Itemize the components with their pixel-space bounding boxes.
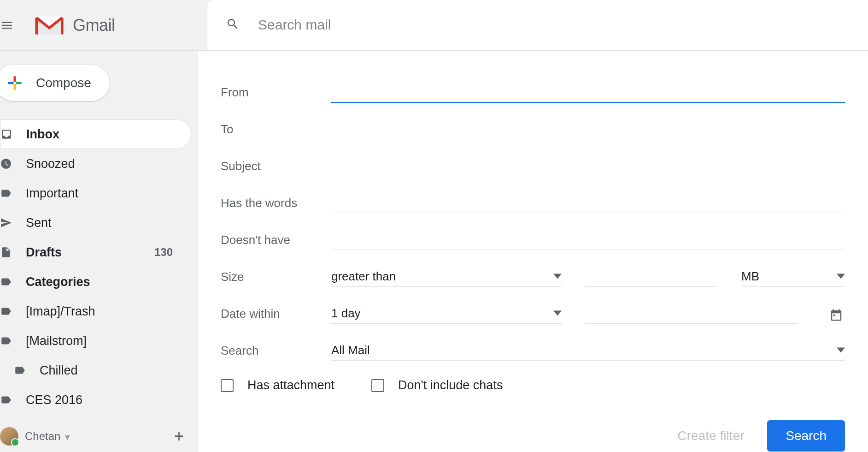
from-input[interactable] <box>331 82 845 103</box>
compose-button[interactable]: Compose <box>0 65 110 101</box>
label-icon <box>0 276 12 288</box>
caret-down-icon <box>553 306 562 321</box>
sidebar-item-chilled[interactable]: Chilled <box>0 356 191 385</box>
from-label: From <box>221 85 331 100</box>
app-name: Gmail <box>73 16 115 35</box>
sidebar-item-drafts[interactable]: Drafts130 <box>0 238 191 267</box>
sidebar-item-label: Categories <box>26 275 177 289</box>
sidebar-item-label: CES 2016 <box>26 393 177 407</box>
has-attachment-checkbox[interactable]: Has attachment <box>221 378 334 393</box>
sidebar-item-count: 130 <box>154 246 177 259</box>
sidebar-item-ces-2016[interactable]: CES 2016 <box>0 385 191 415</box>
gmail-logo-icon <box>33 14 65 37</box>
checkbox-box <box>371 379 384 392</box>
add-chat-button[interactable]: + <box>170 427 188 446</box>
size-operator-select[interactable]: greater than <box>331 267 562 287</box>
sidebar-item-categories[interactable]: Categories <box>0 267 191 297</box>
calendar-icon[interactable] <box>829 308 845 324</box>
label-icon <box>0 394 12 406</box>
clock-icon <box>0 158 12 170</box>
search-input[interactable] <box>258 17 868 33</box>
caret-down-icon: ▼ <box>63 433 71 442</box>
inbox-icon <box>0 128 12 140</box>
date-label: Date within <box>221 307 331 321</box>
chat-user-name[interactable]: Chetan▼ <box>25 430 163 443</box>
action-row: Create filter Search <box>221 420 845 452</box>
doesnt-have-input[interactable] <box>331 230 845 250</box>
header-left: Gmail <box>0 14 207 37</box>
create-filter-button[interactable]: Create filter <box>678 428 745 443</box>
has-attachment-label: Has attachment <box>247 378 334 393</box>
size-value-input[interactable] <box>585 267 718 287</box>
main: Compose InboxSnoozedImportantSentDrafts1… <box>0 51 868 452</box>
date-value-input[interactable] <box>585 303 797 324</box>
search-scope-select[interactable]: All Mail <box>331 340 845 361</box>
sidebar-item-label: [Mailstrom] <box>26 334 177 348</box>
search-button[interactable]: Search <box>767 420 845 452</box>
label-icon <box>0 305 12 317</box>
search-filter-panel: From To Subject Has the words Doesn't ha… <box>198 51 868 452</box>
sidebar-item-label: Important <box>26 186 177 201</box>
subject-label: Subject <box>221 159 331 173</box>
label-icon <box>0 187 12 199</box>
sidebar-item-label: Drafts <box>26 245 141 260</box>
sidebar-item-inbox[interactable]: Inbox <box>0 119 191 149</box>
search-scope-label: Search <box>221 344 331 358</box>
compose-label: Compose <box>36 76 91 90</box>
sidebar-item-snoozed[interactable]: Snoozed <box>0 149 191 178</box>
search-bar[interactable] <box>207 0 868 50</box>
chat-footer: Chetan▼ + <box>0 420 198 452</box>
subject-input[interactable] <box>331 156 845 176</box>
header: Gmail <box>0 0 868 51</box>
from-row: From <box>221 74 845 111</box>
subject-row: Subject <box>221 148 845 184</box>
sidebar-item-label: Chilled <box>40 363 177 378</box>
sidebar: Compose InboxSnoozedImportantSentDrafts1… <box>0 51 198 452</box>
to-label: To <box>221 122 331 137</box>
checkbox-box <box>221 379 234 392</box>
nav-list: InboxSnoozedImportantSentDrafts130Catego… <box>0 119 198 415</box>
send-icon <box>0 217 12 229</box>
to-input[interactable] <box>331 119 845 139</box>
gmail-logo-container[interactable]: Gmail <box>33 14 115 37</box>
size-row: Size greater than MB <box>221 258 845 295</box>
search-scope-row: Search All Mail <box>221 332 845 369</box>
avatar[interactable] <box>0 427 18 446</box>
has-words-input[interactable] <box>331 193 845 213</box>
sidebar-item--mailstrom-[interactable]: [Mailstrom] <box>0 326 191 356</box>
hamburger-icon <box>0 18 14 32</box>
main-menu-button[interactable] <box>0 18 22 32</box>
caret-down-icon <box>837 343 845 357</box>
size-unit-select[interactable]: MB <box>741 267 845 287</box>
has-words-row: Has the words <box>221 184 845 221</box>
compose-plus-icon <box>5 73 25 93</box>
checkbox-row: Has attachment Don't include chats <box>221 378 845 393</box>
has-words-label: Has the words <box>221 196 331 210</box>
sidebar-item-label: Snoozed <box>26 157 177 171</box>
sidebar-item-label: [Imap]/Trash <box>26 304 177 319</box>
date-row: Date within 1 day <box>221 295 845 332</box>
sidebar-item-label: Sent <box>26 216 177 230</box>
label-icon <box>14 364 26 376</box>
sidebar-item--imap-trash[interactable]: [Imap]/Trash <box>0 297 191 326</box>
doesnt-have-row: Doesn't have <box>221 221 845 258</box>
exclude-chats-checkbox[interactable]: Don't include chats <box>371 378 503 393</box>
size-label: Size <box>221 270 331 284</box>
date-range-select[interactable]: 1 day <box>331 303 562 324</box>
sidebar-item-sent[interactable]: Sent <box>0 208 191 238</box>
doesnt-have-label: Doesn't have <box>221 233 331 247</box>
label-icon <box>0 335 12 347</box>
to-row: To <box>221 111 845 148</box>
search-icon[interactable] <box>226 17 240 33</box>
sidebar-item-label: Inbox <box>26 127 177 142</box>
caret-down-icon <box>837 269 845 284</box>
sidebar-item-important[interactable]: Important <box>0 178 191 208</box>
exclude-chats-label: Don't include chats <box>398 378 503 393</box>
caret-down-icon <box>553 269 562 284</box>
file-icon <box>0 246 12 258</box>
